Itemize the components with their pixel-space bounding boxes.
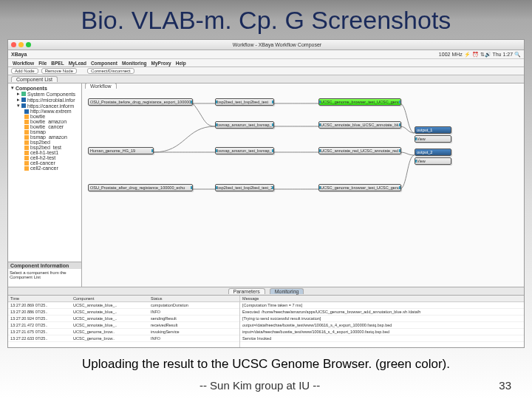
- tree-leaf[interactable]: cell-h2-test: [10, 155, 80, 160]
- menubar-status: 1002 MHz ⚡ ⏰ ⇅🔊 Thu 1:27 🔍: [439, 52, 521, 58]
- table-row[interactable]: Executed: /home/heechae/amazon/apps/UCSC…: [240, 309, 524, 316]
- tree-root[interactable]: ▾ Components: [10, 85, 80, 91]
- tree-group[interactable]: ▸ System Components: [10, 91, 80, 97]
- workflow-node[interactable]: bsp2bed_test_bsp2bed_test: [215, 98, 274, 106]
- table-row[interactable]: 13:27:21.675 07/25..UCSC_genome_brow..in…: [8, 329, 239, 335]
- workflow-node[interactable]: Human_genome_HG_19: [88, 147, 154, 154]
- zoom-icon[interactable]: [26, 42, 31, 47]
- tree-group[interactable]: ▸ https://microbial.infor: [10, 97, 80, 103]
- table-row[interactable]: [Computation Time taken = 7 ms]: [240, 302, 524, 309]
- folder-icon: [21, 92, 26, 96]
- workflow-node[interactable]: bsmap_amazon_test_bsmap_test: [215, 121, 274, 129]
- globe-icon: [24, 109, 29, 114]
- file-icon: [24, 146, 29, 150]
- tree-leaf[interactable]: bowtie_amazon: [10, 119, 80, 124]
- workflow-node[interactable]: UCSC_annotate_blue_UCSC_annotate_blue: [318, 121, 401, 129]
- table-row[interactable]: [Trying to send successful result invoca…: [240, 316, 524, 322]
- minimize-icon[interactable]: [18, 42, 24, 47]
- menu-help[interactable]: Help: [176, 61, 186, 66]
- table-row[interactable]: input=/data/heechae/bowtie_test/www/1006…: [240, 329, 524, 335]
- tree-leaf[interactable]: bsmap_amazon: [10, 134, 80, 140]
- component-info-panel: Component Information Select a component…: [8, 262, 81, 287]
- menu-workflow[interactable]: Workflow: [13, 61, 34, 66]
- menu-component[interactable]: Component: [91, 61, 117, 66]
- app-name: XBaya: [11, 52, 27, 57]
- tree-leaf[interactable]: http://www.extrem: [10, 109, 80, 114]
- workflow-node[interactable]: UCSC_annotate_red_UCSC_annotate_red: [318, 147, 401, 154]
- toolbar: Add Node Remove Node Connect/Disconnect: [8, 67, 524, 75]
- tab-monitoring[interactable]: Monitoring: [270, 288, 304, 294]
- menu-mylead[interactable]: MyLead: [69, 61, 86, 66]
- file-icon: [24, 156, 29, 160]
- file-icon: [24, 130, 29, 134]
- tab-workflow[interactable]: Workflow: [85, 83, 117, 89]
- tree-leaf[interactable]: bsmap: [10, 129, 80, 134]
- app-menu: Workflow File BPEL MyLead Component Moni…: [8, 59, 524, 67]
- connect-button[interactable]: Connect/Disconnect: [87, 68, 134, 74]
- globe-icon: [21, 98, 26, 102]
- table-row[interactable]: 13:27:20.886 07/25..UCSC_annotate_blue_.…: [8, 309, 239, 316]
- mac-menubar: XBaya 1002 MHz ⚡ ⏰ ⇅🔊 Thu 1:27 🔍: [8, 50, 524, 59]
- workflow-node[interactable]: bsp2bed_test_bsp2bed_test_2: [215, 184, 274, 191]
- table-row[interactable]: 13:27:20.869 07/25..UCSC_annotate_blue_.…: [8, 302, 239, 309]
- window-title: Workflow - XBaya Workflow Composer: [33, 42, 521, 47]
- file-icon: [24, 125, 29, 129]
- file-icon: [24, 120, 29, 124]
- close-icon[interactable]: [11, 42, 16, 47]
- sidebar-tabbar: Component List: [8, 75, 524, 83]
- add-node-button[interactable]: Add Node: [11, 68, 38, 74]
- tree-leaf[interactable]: cell2-cancer: [10, 166, 80, 171]
- table-row[interactable]: 13:27:21.472 07/25..UCSC_annotate_blue_.…: [8, 322, 239, 329]
- output-header: output_2: [415, 149, 451, 156]
- output-block: output_1 View: [415, 126, 451, 143]
- tree-group[interactable]: ▾ https://cancer.inform: [10, 103, 80, 109]
- workflow-node-active[interactable]: UCSC_genome_browser_test_UCSC_genome_bro…: [318, 98, 401, 106]
- globe-icon: [21, 103, 26, 108]
- tree-leaf[interactable]: bsp2bed_test: [10, 145, 80, 150]
- file-icon: [24, 115, 29, 119]
- file-icon: [24, 151, 29, 155]
- file-icon: [24, 135, 29, 140]
- slide-footer: -- Sun Kim group at IU -- 33: [0, 375, 532, 399]
- view-button[interactable]: View: [415, 157, 451, 165]
- menu-monitoring[interactable]: Monitoring: [122, 61, 147, 66]
- panel-body: Select a component from the Component Li…: [8, 269, 81, 287]
- menu-bpel[interactable]: BPEL: [51, 61, 64, 66]
- workflow-node[interactable]: bsmap_amazon_test_bsmap_test_2: [215, 147, 274, 154]
- output-block: output_2 View: [415, 149, 451, 165]
- tree-leaf[interactable]: cell-h1-test1: [10, 150, 80, 155]
- page-number: 33: [499, 379, 511, 392]
- table-row[interactable]: Service Invoked: [240, 335, 524, 342]
- tab-parameters[interactable]: Parameters: [228, 288, 265, 294]
- menu-file[interactable]: File: [38, 61, 47, 66]
- tree-leaf[interactable]: bowtie: [10, 114, 80, 119]
- remove-node-button[interactable]: Remove Node: [41, 68, 77, 74]
- panel-header: Component Information: [8, 262, 81, 269]
- col-message: Message: [240, 296, 261, 301]
- workflow-node[interactable]: OSU_Prostate_after_drug_registance_10000…: [88, 184, 193, 191]
- component-tree[interactable]: ▾ Components ▸ System Components ▸ https…: [8, 83, 81, 262]
- monitor-panel: Parameters Monitoring TimeComponentStatu…: [8, 287, 524, 347]
- slide-title: Bio. VLAB-m. Cp. G Screenshots: [0, 0, 532, 39]
- table-row[interactable]: output=/data/heechae/bowtie_test/www/100…: [240, 322, 524, 329]
- col-component: Component: [71, 296, 149, 301]
- file-icon: [24, 140, 29, 145]
- workflow-node[interactable]: UCSC_genome_browser_test_UCSC_genome_bro…: [318, 184, 401, 191]
- file-icon: [24, 166, 29, 171]
- monitor-table-right: Message [Computation Time taken = 7 ms] …: [240, 296, 524, 347]
- output-header: output_1: [415, 126, 451, 134]
- workflow-canvas[interactable]: Workflow: [82, 83, 524, 287]
- table-row[interactable]: 13:27:22.633 07/25..UCSC_genome_brow..IN…: [8, 335, 239, 342]
- view-button[interactable]: View: [415, 135, 451, 143]
- table-row[interactable]: 13:27:20.924 07/25..UCSC_annotate_blue_.…: [8, 316, 239, 322]
- slide-caption: Uploading the result to the UCSC Genome …: [0, 348, 532, 375]
- tree-leaf[interactable]: bsp2bed: [10, 140, 80, 145]
- monitor-table-left: TimeComponentStatus 13:27:20.869 07/25..…: [8, 296, 240, 347]
- tab-component-list[interactable]: Component List: [11, 76, 58, 82]
- tree-leaf[interactable]: bowtie_cancer: [10, 124, 80, 129]
- tree-leaf[interactable]: cell-cancer: [10, 160, 80, 166]
- menu-myproxy[interactable]: MyProxy: [151, 61, 171, 66]
- workflow-node[interactable]: OSU_Prostate_before_drug_registance_expo…: [88, 98, 193, 106]
- mac-titlebar: Workflow - XBaya Workflow Composer: [8, 40, 524, 50]
- footer-center: -- Sun Kim group at IU --: [21, 379, 499, 392]
